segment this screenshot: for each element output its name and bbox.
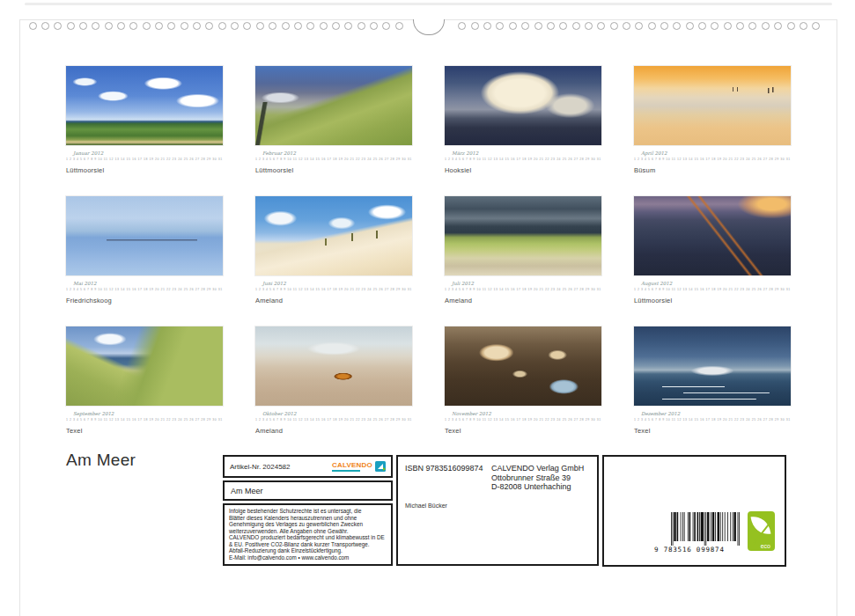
month-name-label: Mai 2012 (73, 281, 223, 286)
binding-hole (724, 22, 732, 30)
publisher-box: ISBN 9783516099874 CALVENDO Verlag GmbH … (396, 455, 599, 566)
binding-hole (585, 22, 593, 30)
location-label: Lüttmoorsiel (255, 166, 412, 174)
calendar-month-cell: Juni 2012 1 2 3 4 5 6 7 8 9 10 11 12 13 … (255, 196, 412, 307)
barcode-box: 9 783516 099874 eco (602, 455, 786, 567)
day-numbers-strip: 1 2 3 4 5 6 7 8 9 10 11 12 13 14 15 16 1… (445, 288, 601, 292)
day-numbers-strip: 1 2 3 4 5 6 7 8 9 10 11 12 13 14 15 16 1… (255, 418, 412, 422)
calendar-month-cell: August 2012 1 2 3 4 5 6 7 8 9 10 11 12 1… (634, 196, 791, 307)
month-photo (66, 196, 223, 275)
day-numbers-strip: 1 2 3 4 5 6 7 8 9 10 11 12 13 14 15 16 1… (255, 288, 412, 292)
binding-hole (143, 22, 151, 30)
month-name-label: Februar 2012 (262, 150, 412, 156)
day-numbers-strip: 1 2 3 4 5 6 7 8 9 10 11 12 13 14 15 16 1… (634, 418, 791, 422)
calendar-month-cell: September 2012 1 2 3 4 5 6 7 8 9 10 11 1… (66, 326, 223, 437)
month-name-label: November 2012 (452, 411, 601, 416)
calvendo-wordmark: CALVENDO (332, 462, 372, 469)
barcode-digits: 9 783516 099874 (654, 546, 753, 554)
binding-hole (698, 22, 706, 30)
month-name-label: August 2012 (641, 281, 791, 286)
month-photo (634, 66, 791, 145)
month-name-label: Januar 2012 (73, 150, 223, 156)
location-label: Friedrichskoog (66, 297, 223, 304)
binding-hole (762, 22, 770, 30)
month-photo (66, 66, 223, 145)
binding-hole (155, 22, 163, 30)
month-name-label: Juni 2012 (262, 281, 412, 286)
month-name-label: Oktober 2012 (262, 411, 412, 416)
location-label: Lüttmoorsiel (634, 297, 791, 304)
month-name-label: September 2012 (73, 411, 223, 416)
binding-hole (395, 22, 403, 30)
day-numbers-strip: 1 2 3 4 5 6 7 8 9 10 11 12 13 14 15 16 1… (634, 158, 791, 162)
location-label: Lüttmoorsiel (66, 166, 223, 174)
month-photo (255, 326, 412, 406)
month-photo (255, 196, 412, 275)
month-photo (634, 196, 791, 275)
calendar-month-cell: November 2012 1 2 3 4 5 6 7 8 9 10 11 12… (445, 326, 601, 437)
month-thumbnails-grid: Januar 2012 1 2 3 4 5 6 7 8 9 10 11 12 1… (66, 66, 791, 437)
binding-hole (79, 22, 87, 30)
calendar-month-cell: Januar 2012 1 2 3 4 5 6 7 8 9 10 11 12 1… (66, 66, 223, 177)
calvendo-logo: CALVENDO (332, 461, 386, 472)
binding-hole (660, 22, 668, 30)
day-numbers-strip: 1 2 3 4 5 6 7 8 9 10 11 12 13 14 15 16 1… (255, 158, 412, 162)
binding-hole (623, 22, 630, 30)
calendar-month-cell: Juli 2012 1 2 3 4 5 6 7 8 9 10 11 12 13 … (445, 196, 601, 307)
binding-hole (294, 22, 302, 30)
month-photo (445, 196, 601, 275)
eco-logo: eco (748, 511, 775, 551)
article-number-box: Artikel-Nr. 2024582 CALVENDO (223, 455, 393, 478)
publisher-address: CALVENDO Verlag GmbH Ottobrunner Straße … (491, 464, 584, 492)
calendar-title: Am Meer (66, 451, 136, 470)
ean13-barcode (671, 512, 740, 546)
calendar-title-box: Am Meer (223, 480, 393, 501)
month-name-label: Juli 2012 (452, 281, 601, 286)
month-name-label: März 2012 (452, 150, 601, 156)
calendar-pages-edge (25, 3, 832, 5)
binding-hole (282, 22, 290, 30)
author-name: Michael Bücker (405, 502, 590, 509)
binding-hole (648, 22, 656, 30)
binding-hole (509, 22, 517, 30)
binding-hole (357, 22, 365, 30)
binding-hole (256, 22, 264, 30)
legal-text-box: Infolge bestehender Schutzrechte ist es … (223, 503, 393, 566)
month-name-label: April 2012 (641, 150, 791, 156)
day-numbers-strip: 1 2 3 4 5 6 7 8 9 10 11 12 13 14 15 16 1… (634, 288, 791, 292)
day-numbers-strip: 1 2 3 4 5 6 7 8 9 10 11 12 13 14 15 16 1… (66, 158, 223, 162)
location-label: Ameland (255, 427, 412, 435)
calendar-month-cell: Mai 2012 1 2 3 4 5 6 7 8 9 10 11 12 13 1… (66, 196, 223, 307)
calendar-title-small: Am Meer (231, 487, 263, 495)
calendar-month-cell: Dezember 2012 1 2 3 4 5 6 7 8 9 10 11 12… (634, 326, 791, 437)
calvendo-logo-icon (375, 461, 386, 472)
month-photo (445, 326, 601, 406)
binding-hole (610, 22, 618, 30)
day-numbers-strip: 1 2 3 4 5 6 7 8 9 10 11 12 13 14 15 16 1… (445, 418, 601, 422)
month-photo (255, 66, 412, 145)
location-label: Ameland (255, 297, 412, 304)
binding-hole (117, 22, 125, 30)
binding-hole (787, 22, 795, 30)
binding-hole (29, 22, 37, 30)
binding-hole (471, 22, 479, 30)
calendar-month-cell: Februar 2012 1 2 3 4 5 6 7 8 9 10 11 12 … (255, 66, 412, 177)
isbn-label: ISBN 9783516099874 (405, 464, 491, 473)
location-label: Texel (66, 427, 223, 435)
binding-hole (534, 22, 542, 30)
month-name-label: Dezember 2012 (641, 411, 791, 416)
day-numbers-strip: 1 2 3 4 5 6 7 8 9 10 11 12 13 14 15 16 1… (66, 418, 223, 422)
binding-hole (320, 22, 328, 30)
month-photo (66, 326, 223, 406)
location-label: Ameland (445, 297, 601, 304)
binding-hole (105, 22, 113, 30)
eco-label: eco (761, 543, 770, 550)
binding-hole (370, 22, 378, 30)
binding-hole (193, 22, 201, 30)
calendar-month-cell: April 2012 1 2 3 4 5 6 7 8 9 10 11 12 13… (634, 66, 791, 177)
day-numbers-strip: 1 2 3 4 5 6 7 8 9 10 11 12 13 14 15 16 1… (445, 158, 601, 162)
location-label: Texel (445, 427, 601, 435)
calendar-month-cell: Oktober 2012 1 2 3 4 5 6 7 8 9 10 11 12 … (255, 326, 412, 437)
calendar-month-cell: März 2012 1 2 3 4 5 6 7 8 9 10 11 12 13 … (445, 66, 601, 177)
location-label: Hooksiel (445, 166, 601, 174)
